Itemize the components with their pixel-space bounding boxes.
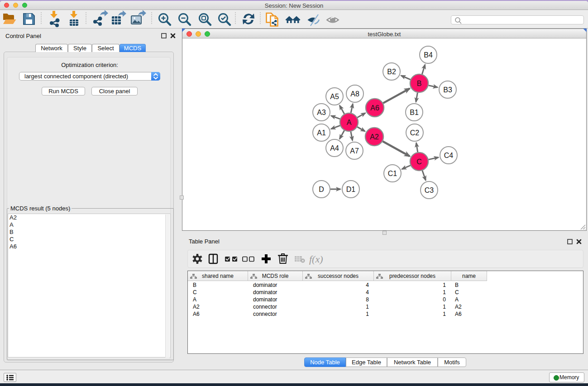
svg-text:C: C <box>416 158 422 166</box>
svg-text:C4: C4 <box>444 152 454 159</box>
svg-text:C1: C1 <box>388 170 397 177</box>
svg-text:A2: A2 <box>370 133 379 141</box>
svg-text:f(x): f(x) <box>309 253 323 265</box>
svg-text:C3: C3 <box>425 186 434 194</box>
svg-text:B: B <box>417 80 422 87</box>
svg-text:B2: B2 <box>387 68 396 76</box>
svg-text:A3: A3 <box>317 109 326 116</box>
svg-text:D1: D1 <box>346 186 356 193</box>
svg-text:B4: B4 <box>424 51 433 59</box>
svg-text:B3: B3 <box>443 86 452 94</box>
svg-text:A6: A6 <box>370 104 379 112</box>
svg-text:A1: A1 <box>317 129 326 137</box>
svg-text:A: A <box>347 119 352 126</box>
svg-text:A5: A5 <box>330 93 339 100</box>
svg-text:B1: B1 <box>410 109 419 116</box>
svg-text:A8: A8 <box>350 90 359 98</box>
svg-text:D: D <box>319 186 324 193</box>
svg-text:A4: A4 <box>330 144 339 152</box>
svg-text:A7: A7 <box>350 147 359 155</box>
svg-text:C2: C2 <box>410 129 420 137</box>
